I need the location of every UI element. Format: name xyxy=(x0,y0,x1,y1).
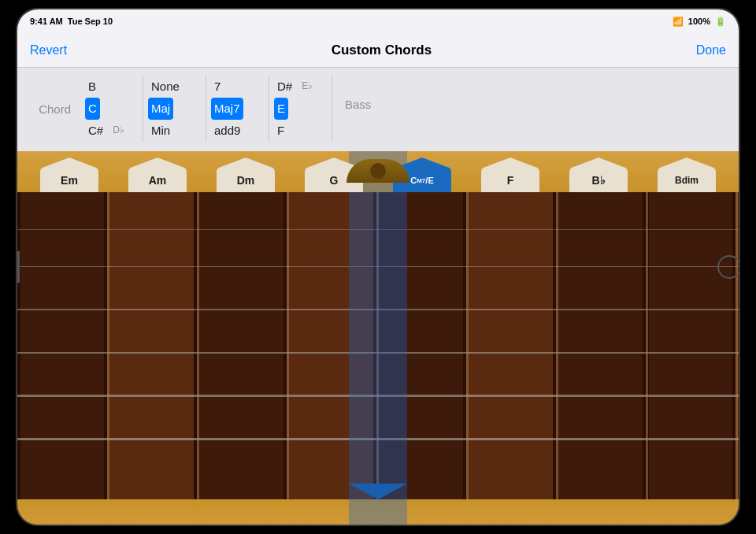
chord-btn-Bdim[interactable]: Bdim xyxy=(658,158,716,192)
chord-btn-F-label: F xyxy=(481,169,539,192)
battery-indicator: 100% xyxy=(688,17,710,26)
nav-bar: Revert Custom Chords Done xyxy=(17,33,739,68)
picker-item-Db[interactable]: D♭ xyxy=(109,121,128,139)
picker-col-extension: 7 Maj7 add9 xyxy=(206,76,269,142)
side-button-left[interactable] xyxy=(16,251,20,283)
chord-label: Chord xyxy=(17,102,80,116)
revert-button[interactable]: Revert xyxy=(30,43,67,57)
chord-btn-Bb-label: B♭ xyxy=(569,169,628,192)
chord-btn-Em-roof xyxy=(40,158,98,169)
fret-line-2 xyxy=(197,192,199,499)
chord-btn-Am-roof xyxy=(128,158,187,169)
chord-btn-Dm-roof xyxy=(217,158,275,169)
fret-line-1 xyxy=(107,192,109,499)
chord-btn-Am-label: Am xyxy=(128,169,187,192)
guitar-area: Em Am Dm G xyxy=(17,151,739,526)
fret-line-5 xyxy=(466,192,469,499)
picker-item-Eb[interactable]: E♭ xyxy=(298,77,316,95)
chord-btn-Am[interactable]: Am xyxy=(128,158,187,192)
fret-line-8 xyxy=(736,192,738,499)
chord-btn-F-roof xyxy=(481,158,539,169)
active-arrow xyxy=(349,484,407,499)
picker-col-bass-note: D# E♭ E F xyxy=(269,76,332,142)
chord-btn-F[interactable]: F xyxy=(481,158,539,192)
picker-col-bass-label: B Bass xyxy=(332,76,395,142)
picker-item-Dsharp[interactable]: D# xyxy=(274,76,295,98)
picker-item-7[interactable]: 7 xyxy=(211,76,224,98)
chord-btn-Bdim-label: Bdim xyxy=(658,169,716,192)
status-bar: 9:41 AM Tue Sep 10 📶 100% 🔋 xyxy=(17,9,739,33)
chord-btn-Bb-roof xyxy=(569,158,628,169)
picker-col-quality: None Maj Min xyxy=(143,76,206,142)
battery-icon: 🔋 xyxy=(715,17,726,27)
page-title: Custom Chords xyxy=(332,43,432,58)
picker-col-root: B C C# D♭ xyxy=(80,76,143,142)
picker-item-maj7[interactable]: Maj7 xyxy=(211,98,243,120)
chord-picker: Chord B C C# D♭ None Maj Min xyxy=(17,68,739,151)
picker-item-E[interactable]: E xyxy=(274,98,288,120)
picker-item-Csharp[interactable]: C# xyxy=(85,120,106,142)
picker-columns: B C C# D♭ None Maj Min 7 Maj7 add xyxy=(80,76,739,142)
fret-line-7 xyxy=(646,192,648,499)
picker-item-add9[interactable]: add9 xyxy=(211,120,243,142)
bass-label: Bass xyxy=(337,98,371,111)
chord-btn-Bb[interactable]: B♭ xyxy=(569,158,628,192)
fret-line-6 xyxy=(556,192,558,499)
chord-btn-Dm[interactable]: Dm xyxy=(217,158,275,192)
picker-item-C[interactable]: C xyxy=(85,98,100,120)
active-column xyxy=(349,151,407,526)
picker-item-min[interactable]: Min xyxy=(148,120,173,142)
home-button[interactable] xyxy=(717,255,740,279)
chord-btn-Bdim-roof xyxy=(658,158,716,169)
status-date: Tue Sep 10 xyxy=(68,17,113,26)
chord-btn-Dm-label: Dm xyxy=(217,169,275,192)
done-button[interactable]: Done xyxy=(696,43,726,57)
chord-btn-Em[interactable]: Em xyxy=(40,158,98,192)
picker-item-F[interactable]: F xyxy=(274,120,287,142)
wifi-icon: 📶 xyxy=(673,17,684,27)
chord-btn-Em-label: Em xyxy=(40,169,98,192)
picker-item-B[interactable]: B xyxy=(85,76,99,98)
picker-item-none[interactable]: None xyxy=(148,76,183,98)
picker-item-maj[interactable]: Maj xyxy=(148,98,173,120)
status-time: 9:41 AM xyxy=(30,17,63,26)
fret-line-3 xyxy=(287,192,289,499)
